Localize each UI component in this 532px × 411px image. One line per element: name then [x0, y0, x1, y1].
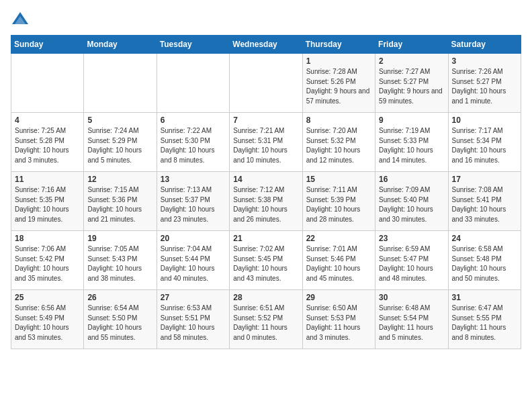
calendar-cell: 4Sunrise: 7:25 AMSunset: 5:28 PMDaylight…	[11, 113, 84, 172]
calendar-cell	[230, 54, 302, 113]
day-number: 30	[379, 293, 444, 302]
weekday-header-thursday: Thursday	[302, 36, 375, 54]
day-info: Sunrise: 7:15 AMSunset: 5:36 PMDaylight:…	[87, 185, 152, 224]
day-number: 14	[233, 175, 298, 184]
weekday-header-tuesday: Tuesday	[157, 36, 229, 54]
day-number: 23	[379, 234, 444, 243]
calendar-cell: 11Sunrise: 7:16 AMSunset: 5:35 PMDayligh…	[11, 172, 84, 231]
day-number: 12	[87, 175, 152, 184]
day-number: 22	[306, 234, 371, 243]
calendar-cell: 30Sunrise: 6:48 AMSunset: 5:54 PMDayligh…	[375, 290, 448, 349]
day-info: Sunrise: 6:59 AMSunset: 5:47 PMDaylight:…	[379, 244, 444, 283]
calendar-cell: 28Sunrise: 6:51 AMSunset: 5:52 PMDayligh…	[230, 290, 302, 349]
calendar-cell: 7Sunrise: 7:21 AMSunset: 5:31 PMDaylight…	[230, 113, 302, 172]
calendar-cell: 6Sunrise: 7:22 AMSunset: 5:30 PMDaylight…	[157, 113, 229, 172]
calendar-cell: 3Sunrise: 7:26 AMSunset: 5:27 PMDaylight…	[448, 54, 521, 113]
calendar-cell: 31Sunrise: 6:47 AMSunset: 5:55 PMDayligh…	[448, 290, 521, 349]
day-info: Sunrise: 6:56 AMSunset: 5:49 PMDaylight:…	[15, 304, 80, 342]
day-number: 19	[87, 234, 152, 243]
calendar-cell	[157, 54, 229, 113]
calendar-cell	[84, 54, 157, 113]
day-number: 16	[379, 175, 444, 184]
day-number: 27	[161, 293, 226, 302]
calendar-cell: 22Sunrise: 7:01 AMSunset: 5:46 PMDayligh…	[302, 231, 375, 290]
calendar-table: SundayMondayTuesdayWednesdayThursdayFrid…	[11, 35, 521, 349]
day-number: 25	[15, 293, 80, 302]
calendar-cell: 27Sunrise: 6:53 AMSunset: 5:51 PMDayligh…	[157, 290, 229, 349]
day-info: Sunrise: 7:04 AMSunset: 5:44 PMDaylight:…	[161, 244, 226, 283]
page-header	[11, 11, 521, 30]
day-number: 18	[15, 234, 80, 243]
day-number: 1	[306, 56, 371, 66]
day-info: Sunrise: 7:25 AMSunset: 5:28 PMDaylight:…	[15, 126, 80, 165]
calendar-cell: 19Sunrise: 7:05 AMSunset: 5:43 PMDayligh…	[84, 231, 157, 290]
calendar-cell: 9Sunrise: 7:19 AMSunset: 5:33 PMDaylight…	[375, 113, 448, 172]
weekday-header-sunday: Sunday	[11, 36, 84, 54]
calendar-week-4: 18Sunrise: 7:06 AMSunset: 5:42 PMDayligh…	[11, 231, 521, 290]
day-number: 29	[306, 293, 371, 302]
day-number: 21	[233, 234, 298, 243]
day-info: Sunrise: 7:19 AMSunset: 5:33 PMDaylight:…	[379, 126, 444, 165]
calendar-cell: 8Sunrise: 7:20 AMSunset: 5:32 PMDaylight…	[302, 113, 375, 172]
day-number: 15	[306, 175, 371, 184]
calendar-week-5: 25Sunrise: 6:56 AMSunset: 5:49 PMDayligh…	[11, 290, 521, 349]
calendar-cell: 14Sunrise: 7:12 AMSunset: 5:38 PMDayligh…	[230, 172, 302, 231]
day-number: 24	[452, 234, 517, 243]
day-number: 3	[452, 56, 517, 66]
calendar-week-1: 1Sunrise: 7:28 AMSunset: 5:26 PMDaylight…	[11, 54, 521, 113]
day-number: 20	[161, 234, 226, 243]
calendar-cell: 18Sunrise: 7:06 AMSunset: 5:42 PMDayligh…	[11, 231, 84, 290]
weekday-header-saturday: Saturday	[448, 36, 521, 54]
calendar-cell: 20Sunrise: 7:04 AMSunset: 5:44 PMDayligh…	[157, 231, 229, 290]
calendar-cell: 2Sunrise: 7:27 AMSunset: 5:27 PMDaylight…	[375, 54, 448, 113]
weekday-header-wednesday: Wednesday	[230, 36, 302, 54]
weekday-header-row: SundayMondayTuesdayWednesdayThursdayFrid…	[11, 36, 521, 54]
day-info: Sunrise: 7:27 AMSunset: 5:27 PMDaylight:…	[379, 67, 444, 106]
calendar-cell: 15Sunrise: 7:11 AMSunset: 5:39 PMDayligh…	[302, 172, 375, 231]
calendar-cell: 26Sunrise: 6:54 AMSunset: 5:50 PMDayligh…	[84, 290, 157, 349]
day-info: Sunrise: 7:06 AMSunset: 5:42 PMDaylight:…	[15, 244, 80, 283]
day-info: Sunrise: 7:05 AMSunset: 5:43 PMDaylight:…	[87, 244, 152, 283]
day-number: 13	[161, 175, 226, 184]
day-info: Sunrise: 7:11 AMSunset: 5:39 PMDaylight:…	[306, 185, 371, 224]
calendar-cell: 10Sunrise: 7:17 AMSunset: 5:34 PMDayligh…	[448, 113, 521, 172]
day-number: 10	[452, 116, 517, 125]
calendar-cell: 16Sunrise: 7:09 AMSunset: 5:40 PMDayligh…	[375, 172, 448, 231]
calendar-week-3: 11Sunrise: 7:16 AMSunset: 5:35 PMDayligh…	[11, 172, 521, 231]
day-info: Sunrise: 7:16 AMSunset: 5:35 PMDaylight:…	[15, 185, 80, 224]
day-info: Sunrise: 6:53 AMSunset: 5:51 PMDaylight:…	[161, 304, 226, 342]
calendar-cell: 17Sunrise: 7:08 AMSunset: 5:41 PMDayligh…	[448, 172, 521, 231]
day-info: Sunrise: 7:02 AMSunset: 5:45 PMDaylight:…	[233, 244, 298, 283]
day-info: Sunrise: 7:20 AMSunset: 5:32 PMDaylight:…	[306, 126, 371, 165]
calendar-cell: 23Sunrise: 6:59 AMSunset: 5:47 PMDayligh…	[375, 231, 448, 290]
calendar-cell: 29Sunrise: 6:50 AMSunset: 5:53 PMDayligh…	[302, 290, 375, 349]
day-number: 11	[15, 175, 80, 184]
day-info: Sunrise: 7:28 AMSunset: 5:26 PMDaylight:…	[306, 67, 371, 106]
logo	[11, 11, 32, 30]
day-info: Sunrise: 6:50 AMSunset: 5:53 PMDaylight:…	[306, 304, 371, 342]
day-number: 8	[306, 116, 371, 125]
day-info: Sunrise: 7:12 AMSunset: 5:38 PMDaylight:…	[233, 185, 298, 224]
calendar-cell: 13Sunrise: 7:13 AMSunset: 5:37 PMDayligh…	[157, 172, 229, 231]
day-info: Sunrise: 7:08 AMSunset: 5:41 PMDaylight:…	[452, 185, 517, 224]
day-number: 7	[233, 116, 298, 125]
day-info: Sunrise: 7:09 AMSunset: 5:40 PMDaylight:…	[379, 185, 444, 224]
day-info: Sunrise: 6:47 AMSunset: 5:55 PMDaylight:…	[452, 304, 517, 342]
day-info: Sunrise: 6:51 AMSunset: 5:52 PMDaylight:…	[233, 304, 298, 342]
day-info: Sunrise: 7:21 AMSunset: 5:31 PMDaylight:…	[233, 126, 298, 165]
day-number: 4	[15, 116, 80, 125]
calendar-cell: 12Sunrise: 7:15 AMSunset: 5:36 PMDayligh…	[84, 172, 157, 231]
day-number: 31	[452, 293, 517, 302]
calendar-cell: 24Sunrise: 6:58 AMSunset: 5:48 PMDayligh…	[448, 231, 521, 290]
day-info: Sunrise: 6:58 AMSunset: 5:48 PMDaylight:…	[452, 244, 517, 283]
calendar-cell: 25Sunrise: 6:56 AMSunset: 5:49 PMDayligh…	[11, 290, 84, 349]
day-info: Sunrise: 7:17 AMSunset: 5:34 PMDaylight:…	[452, 126, 517, 165]
calendar-cell: 5Sunrise: 7:24 AMSunset: 5:29 PMDaylight…	[84, 113, 157, 172]
day-info: Sunrise: 6:54 AMSunset: 5:50 PMDaylight:…	[87, 304, 152, 342]
day-number: 17	[452, 175, 517, 184]
calendar-week-2: 4Sunrise: 7:25 AMSunset: 5:28 PMDaylight…	[11, 113, 521, 172]
day-info: Sunrise: 7:26 AMSunset: 5:27 PMDaylight:…	[452, 67, 517, 106]
day-info: Sunrise: 7:01 AMSunset: 5:46 PMDaylight:…	[306, 244, 371, 283]
weekday-header-monday: Monday	[84, 36, 157, 54]
calendar-cell: 1Sunrise: 7:28 AMSunset: 5:26 PMDaylight…	[302, 54, 375, 113]
